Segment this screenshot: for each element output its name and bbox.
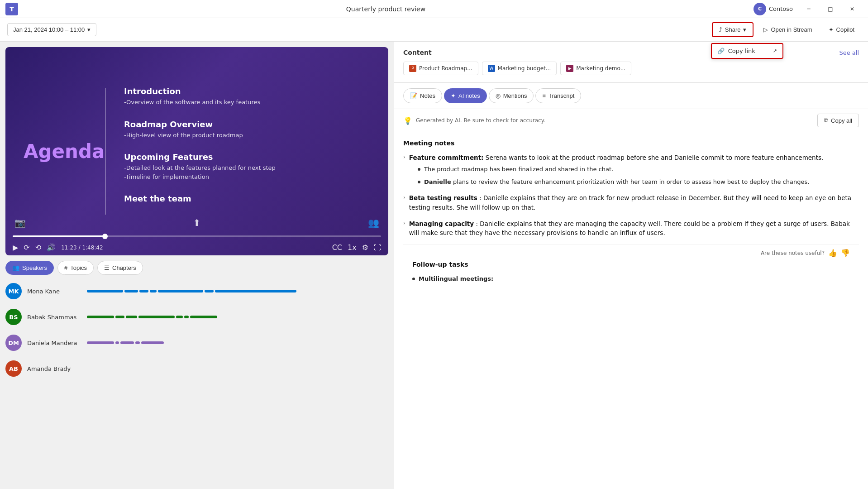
rewind-icon[interactable]: ⟳ bbox=[24, 243, 29, 252]
note-text: Feature commitment: Serena wants to look… bbox=[409, 153, 823, 162]
mentions-tab-icon: ◎ bbox=[496, 92, 501, 99]
share-button[interactable]: ⤴ Share ▾ bbox=[712, 22, 754, 37]
hash-icon: # bbox=[64, 264, 67, 271]
minimize-button[interactable]: ─ bbox=[798, 2, 819, 16]
tab-transcript[interactable]: ≡ Transcript bbox=[535, 88, 581, 103]
list-item: Danielle plans to review the feature enh… bbox=[418, 177, 859, 187]
user-avatar: C bbox=[754, 3, 766, 15]
intro-desc: -Overview of the software and its key fe… bbox=[124, 98, 379, 107]
window-title: Quarterly product review bbox=[346, 5, 425, 13]
window-controls: ─ □ ✕ bbox=[798, 2, 863, 16]
progress-bar-container[interactable] bbox=[13, 235, 381, 237]
copy-link-dropdown[interactable]: 🔗 Copy link ↗ bbox=[711, 43, 783, 59]
open-in-stream-label: Open in Stream bbox=[771, 26, 812, 33]
date-range-label: Jan 21, 2024 10:00 – 11:00 bbox=[13, 26, 85, 33]
roadmap-desc: -High-level view of the product roadmap bbox=[124, 131, 379, 140]
list-item: The product roadmap has been finalized a… bbox=[418, 165, 859, 174]
toolbar-actions: ⤴ Share ▾ 🔗 Copy link ↗ ▷ Open in Stream… bbox=[712, 22, 861, 37]
divider-line bbox=[105, 88, 106, 215]
video-controls: ▶ ⟳ ⟲ 🔊 11:23 / 1:48:42 CC 1x ⚙ ⛶ bbox=[13, 243, 381, 252]
mentions-tab-label: Mentions bbox=[503, 92, 527, 99]
speaker-segments bbox=[87, 367, 388, 370]
ai-disclaimer: Generated by AI. Be sure to check for ac… bbox=[416, 117, 545, 124]
chevron-right-icon[interactable]: › bbox=[403, 220, 405, 226]
see-all-button[interactable]: See all bbox=[839, 49, 859, 56]
copilot-button[interactable]: ✦ Copilot bbox=[822, 23, 861, 36]
note-sub-items: The product roadmap has been finalized a… bbox=[418, 165, 859, 186]
topics-tab[interactable]: # Topics bbox=[57, 261, 94, 275]
settings-icon[interactable]: ⚙ bbox=[362, 243, 368, 252]
tab-notes[interactable]: 📝 Notes bbox=[403, 88, 442, 103]
content-title: Content bbox=[403, 49, 432, 56]
camera-icon[interactable]: 📷 bbox=[14, 217, 26, 228]
file-chip-stream[interactable]: ▶ Marketing demo... bbox=[560, 62, 631, 75]
bullet-text: The product roadmap has been finalized a… bbox=[424, 165, 613, 174]
speaker-name: Babak Shammas bbox=[27, 314, 81, 321]
tab-ai-notes[interactable]: ✦ AI notes bbox=[444, 88, 487, 103]
speakers-tab[interactable]: 👥 Speakers bbox=[5, 261, 54, 275]
upcoming-desc1: -Detailed look at the features planned f… bbox=[124, 163, 379, 173]
topics-label: Topics bbox=[70, 264, 87, 271]
follow-up-title: Follow-up tasks bbox=[412, 261, 850, 268]
participants-icon[interactable]: 👥 bbox=[368, 217, 379, 228]
avatar: MK bbox=[5, 283, 22, 299]
file-chip-ppt[interactable]: P Product Roadmap... bbox=[403, 62, 478, 75]
file-chip-word[interactable]: W Marketing budget... bbox=[482, 62, 557, 75]
note-key: Feature commitment: bbox=[409, 154, 484, 161]
progress-handle bbox=[102, 234, 108, 239]
copy-link-label: Copy link bbox=[728, 48, 755, 54]
volume-icon[interactable]: 🔊 bbox=[47, 243, 56, 252]
forward-icon[interactable]: ⟲ bbox=[35, 243, 41, 252]
note-header: › Feature commitment: Serena wants to lo… bbox=[403, 153, 859, 162]
teams-logo-icon: T bbox=[5, 3, 18, 15]
close-button[interactable]: ✕ bbox=[842, 2, 863, 16]
captions-icon[interactable]: CC bbox=[332, 243, 342, 252]
note-content: : Danielle explains that they are managi… bbox=[409, 220, 850, 236]
ai-notes-tab-icon: ✦ bbox=[451, 92, 456, 99]
ai-info-bar: 💡 Generated by AI. Be sure to check for … bbox=[394, 109, 868, 132]
agenda-items: Introduction -Overview of the software a… bbox=[115, 73, 388, 230]
thumbs-up-icon[interactable]: 👍 bbox=[828, 249, 837, 257]
bullet-text: Danielle plans to review the feature enh… bbox=[424, 177, 809, 187]
notes-tab-label: Notes bbox=[420, 92, 435, 99]
video-container[interactable]: Agenda Introduction -Overview of the sof… bbox=[5, 47, 388, 255]
file-stream-name: Marketing demo... bbox=[576, 65, 625, 72]
feedback-row: Are these notes useful? 👍 👎 bbox=[403, 244, 859, 261]
maximize-button[interactable]: □ bbox=[820, 2, 841, 16]
speed-icon[interactable]: 1x bbox=[348, 243, 357, 252]
tab-mentions[interactable]: ◎ Mentions bbox=[489, 88, 534, 103]
chapters-tab[interactable]: ☰ Chapters bbox=[97, 261, 143, 275]
speaker-segments bbox=[87, 315, 388, 319]
share-screen-icon[interactable]: ⬆ bbox=[193, 217, 201, 228]
speakers-icon: 👥 bbox=[12, 264, 19, 271]
list-item: BS Babak Shammas bbox=[5, 304, 388, 330]
copy-all-button[interactable]: ⧉ Copy all bbox=[817, 114, 859, 127]
agenda-upcoming: Upcoming Features -Detailed look at the … bbox=[124, 152, 379, 181]
ai-info-left: 💡 Generated by AI. Be sure to check for … bbox=[403, 116, 545, 125]
file-word-name: Marketing budget... bbox=[498, 65, 551, 72]
titlebar-right: C Contoso ─ □ ✕ bbox=[754, 2, 863, 16]
content-section: Content See all P Product Roadmap... W M… bbox=[394, 42, 868, 83]
play-icon[interactable]: ▶ bbox=[13, 243, 18, 252]
intro-title: Introduction bbox=[124, 86, 379, 96]
thumbs-down-icon[interactable]: 👎 bbox=[841, 249, 850, 257]
titlebar: T Quarterly product review C Contoso ─ □… bbox=[0, 0, 868, 18]
chevron-down-icon: ▾ bbox=[87, 26, 91, 33]
note-key: Managing capacity bbox=[409, 220, 474, 227]
chevron-right-icon[interactable]: › bbox=[403, 154, 405, 160]
open-in-stream-button[interactable]: ▷ Open in Stream bbox=[757, 23, 818, 36]
progress-bar-track bbox=[13, 235, 381, 237]
notes-tabs: 📝 Notes ✦ AI notes ◎ Mentions ≡ Transcri… bbox=[394, 83, 868, 109]
fullscreen-icon[interactable]: ⛶ bbox=[374, 243, 381, 252]
notes-body: Meeting notes › Feature commitment: Sere… bbox=[394, 132, 868, 311]
video-panel: Agenda Introduction -Overview of the sof… bbox=[0, 42, 394, 489]
note-text: Managing capacity : Danielle explains th… bbox=[409, 219, 859, 238]
date-range-button[interactable]: Jan 21, 2024 10:00 – 11:00 ▾ bbox=[7, 23, 96, 36]
ppt-icon: P bbox=[409, 65, 416, 72]
transcript-tab-icon: ≡ bbox=[542, 92, 546, 99]
copy-icon: ⧉ bbox=[824, 117, 828, 124]
share-icon: ⤴ bbox=[719, 26, 722, 33]
speaker-name: Amanda Brady bbox=[27, 365, 81, 372]
chevron-right-icon[interactable]: › bbox=[403, 194, 405, 201]
bullet-dot bbox=[412, 278, 415, 280]
